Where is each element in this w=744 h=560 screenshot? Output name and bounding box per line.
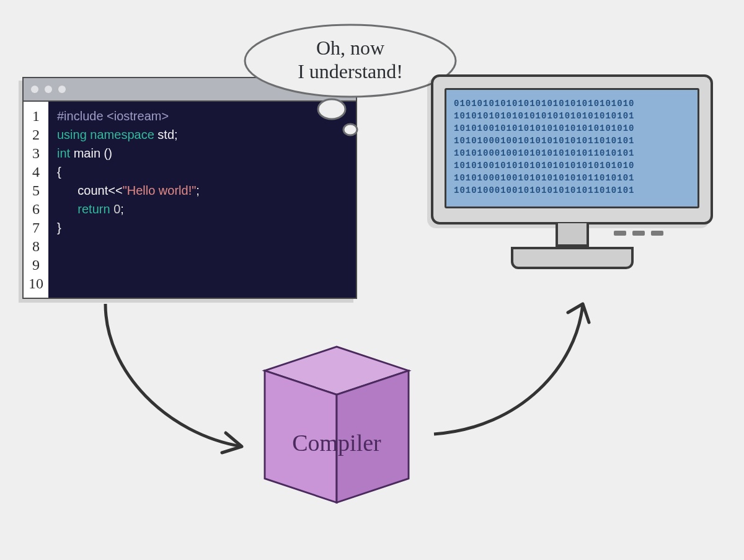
line-number-gutter: 12345678910: [24, 102, 48, 298]
monitor-screen: 0101010101010101010101010101010101010101…: [445, 88, 699, 208]
monitor-bezel: 0101010101010101010101010101010101010101…: [431, 74, 713, 224]
diagram-stage: 12345678910 #include <iostream> using na…: [0, 0, 744, 560]
traffic-light-icon: [58, 86, 66, 93]
monitor-stand-base: [511, 247, 634, 269]
cube-icon: [250, 329, 423, 509]
svg-point-1: [318, 99, 345, 119]
traffic-light-icon: [45, 86, 52, 93]
traffic-light-icon: [31, 86, 38, 93]
bubble-line-2: I understand!: [298, 60, 403, 82]
monitor-stand-neck: [556, 223, 589, 247]
compiler-label: Compiler: [250, 431, 423, 455]
monitor-buttons: [614, 231, 688, 237]
compiler-box: Compiler: [250, 329, 423, 509]
bubble-line-1: Oh, now: [316, 37, 384, 59]
arrow-compiler-to-computer-icon: [422, 291, 608, 453]
arrow-source-to-compiler-icon: [93, 298, 267, 471]
svg-point-2: [343, 124, 357, 135]
computer-monitor: 0101010101010101010101010101010101010101…: [431, 74, 713, 269]
